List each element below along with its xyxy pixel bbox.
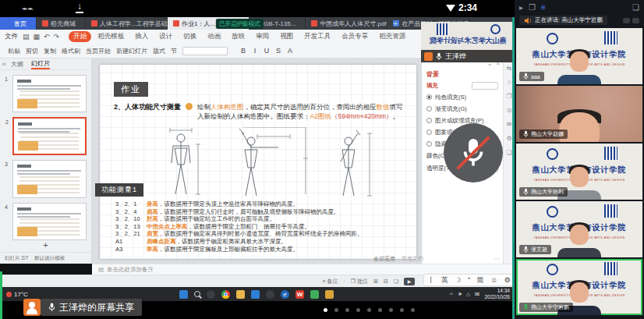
fill-preset-combo[interactable] — [472, 82, 498, 90]
page-dot[interactable] — [324, 308, 327, 312]
participant-tile[interactable]: 燕山大学艺术与设计学院 YANSHAN UNIVERSITY COLLEGE O… — [516, 28, 642, 84]
ime-item[interactable]: 简 — [476, 275, 483, 285]
layout-gallery-icon[interactable]: ▸ — [519, 3, 523, 12]
folder-icon[interactable] — [236, 290, 245, 299]
comments-toggle[interactable]: ❐ 批注 — [351, 278, 368, 285]
fill-option[interactable]: 纯色填充(S) — [422, 91, 503, 103]
view-normal-icon[interactable]: ⊞ — [373, 278, 378, 285]
font-family-combo[interactable] — [182, 47, 228, 55]
search-icon[interactable] — [194, 291, 200, 297]
page-dot[interactable] — [400, 308, 404, 312]
apps-more-icon[interactable]: ⋯ — [494, 256, 500, 262]
edge-icon[interactable]: e — [281, 290, 289, 299]
undo-icon[interactable]: ↶ — [44, 33, 50, 41]
tab-slides[interactable]: 幻灯片 — [31, 59, 50, 69]
toolbar-button[interactable]: 当页开始 — [86, 47, 111, 55]
view-sorter-icon[interactable]: ⊟ — [384, 278, 388, 285]
folder-icon[interactable] — [325, 290, 334, 299]
app-icon[interactable] — [266, 290, 274, 299]
radio-icon[interactable] — [426, 141, 432, 147]
toolbar-button[interactable]: 新建幻灯片 — [116, 47, 147, 55]
side-tool-icon[interactable]: ❐ — [506, 93, 511, 100]
document-tab[interactable]: 稻壳商城 — [37, 17, 86, 30]
ribbon-tab[interactable]: 视图 — [275, 31, 298, 42]
format-button[interactable]: A — [286, 47, 294, 55]
toolbar-button[interactable]: 格式刷 — [62, 47, 80, 55]
ime-item[interactable]: 英 — [441, 275, 448, 285]
page-dot[interactable] — [334, 308, 338, 312]
app-icon[interactable] — [207, 290, 215, 299]
ribbon-tab[interactable]: 审阅 — [251, 31, 274, 42]
radio-icon[interactable] — [426, 106, 432, 112]
apps-more-label[interactable]: 常用文档 — [402, 255, 423, 263]
side-tool-icon[interactable]: ⇆ — [507, 65, 512, 72]
file-menu[interactable]: 文件 — [5, 32, 18, 41]
side-tool-icon[interactable]: ⚙ — [506, 135, 511, 142]
ribbon-tab[interactable]: 稻壳资源 — [374, 31, 410, 42]
side-tool-icon[interactable]: ✉ — [507, 121, 512, 128]
ribbon-tab[interactable]: 动画 — [203, 31, 225, 42]
ime-item[interactable]: 丨 — [427, 275, 434, 285]
toolbar-button[interactable]: 版式 — [153, 47, 165, 55]
slide-thumbnail[interactable]: 4 — [12, 203, 87, 240]
tray-expand-icon[interactable]: ^ — [450, 291, 453, 298]
side-tool-icon[interactable]: ☆ — [506, 79, 511, 86]
participant-tile[interactable]: 燕山大学艺术与设计学院 YANSHAN UNIVERSITY COLLEGE O… — [516, 86, 642, 142]
mail-icon[interactable] — [251, 290, 260, 299]
ribbon-tab[interactable]: 开始 — [69, 31, 91, 42]
add-slide-button[interactable]: + — [0, 240, 91, 251]
page-dot[interactable] — [411, 308, 415, 312]
ribbon-tab[interactable]: 设计 — [154, 31, 177, 42]
ime-item[interactable]: ☺ — [490, 276, 497, 284]
toolbar-button[interactable]: 粘贴 — [8, 47, 20, 55]
weather-widget[interactable]: 17°C — [0, 291, 55, 298]
view-read-icon[interactable]: ❏ — [394, 278, 398, 285]
ime-item[interactable]: ” — [468, 276, 470, 284]
tray-network-icon[interactable]: ⌂ — [466, 291, 470, 298]
fill-option[interactable]: 渐变填充(G) — [422, 103, 503, 115]
side-tool-icon[interactable]: ❏ — [506, 149, 511, 156]
download-icon[interactable]: ↓ — [76, 2, 83, 13]
chrome-icon[interactable] — [221, 290, 230, 299]
participant-tile[interactable]: 燕山大学艺术与设计学院 YANSHAN UNIVERSITY COLLEGE O… — [516, 259, 642, 315]
toolbar-button[interactable]: 复制 — [44, 47, 56, 55]
layout-list-icon[interactable]: ≡ — [541, 3, 546, 12]
new-tab-button[interactable]: + — [387, 17, 404, 30]
ribbon-tab[interactable]: 放映 — [227, 31, 249, 42]
toolbar-button[interactable]: 节 — [171, 47, 177, 55]
app-icon[interactable] — [310, 290, 319, 299]
taskbar-clock[interactable]: 14:34 2022/10/26 — [484, 288, 510, 300]
participant-tile[interactable]: 燕山大学艺术与设计学院 YANSHAN UNIVERSITY COLLEGE O… — [516, 144, 642, 200]
page-dot[interactable] — [367, 308, 371, 312]
ribbon-tab[interactable]: 插入 — [130, 31, 153, 42]
page-dot[interactable] — [345, 308, 349, 312]
page-dot[interactable] — [389, 308, 393, 312]
collapse-panel-icon[interactable]: « — [2, 60, 6, 68]
expand-sidebar-icon[interactable]: ❏ — [632, 3, 639, 12]
redo-icon[interactable]: ↷ — [54, 33, 60, 41]
ribbon-tab[interactable]: 切换 — [179, 31, 201, 42]
tray-mail-icon[interactable]: ✉ — [475, 291, 480, 298]
wps-icon[interactable]: W — [295, 290, 304, 299]
format-button[interactable]: U — [263, 47, 271, 55]
format-button[interactable]: B — [239, 47, 247, 55]
radio-icon[interactable] — [426, 129, 432, 135]
ribbon-tab[interactable]: 开发工具 — [299, 31, 335, 42]
apps-all-label[interactable]: 全部应用 — [373, 255, 395, 263]
slideshow-button[interactable]: ▶ — [404, 278, 415, 285]
tab-outline[interactable]: 大纲 — [11, 60, 23, 69]
slide-thumbnail[interactable]: 3 — [12, 160, 87, 197]
slide-thumbnail[interactable]: 1 — [12, 75, 87, 112]
layout-speaker-icon[interactable]: ❐ — [529, 3, 536, 12]
radio-icon[interactable] — [426, 94, 432, 100]
page-dot[interactable] — [356, 308, 360, 312]
radio-icon[interactable] — [426, 118, 432, 123]
ime-item[interactable]: ☽ — [455, 276, 461, 284]
side-tool-icon[interactable]: ⊙ — [507, 107, 512, 114]
ribbon-tab[interactable]: 稻壳模板 — [93, 31, 129, 42]
ribbon-tab[interactable]: 会员专享 — [337, 31, 373, 42]
format-button[interactable]: S — [274, 47, 282, 55]
participant-tile[interactable]: 燕山大学艺术与设计学院 YANSHAN UNIVERSITY COLLEGE O… — [516, 201, 642, 257]
slide-thumbnail[interactable]: 2 — [12, 117, 87, 155]
muted-mic-overlay[interactable] — [444, 123, 503, 183]
